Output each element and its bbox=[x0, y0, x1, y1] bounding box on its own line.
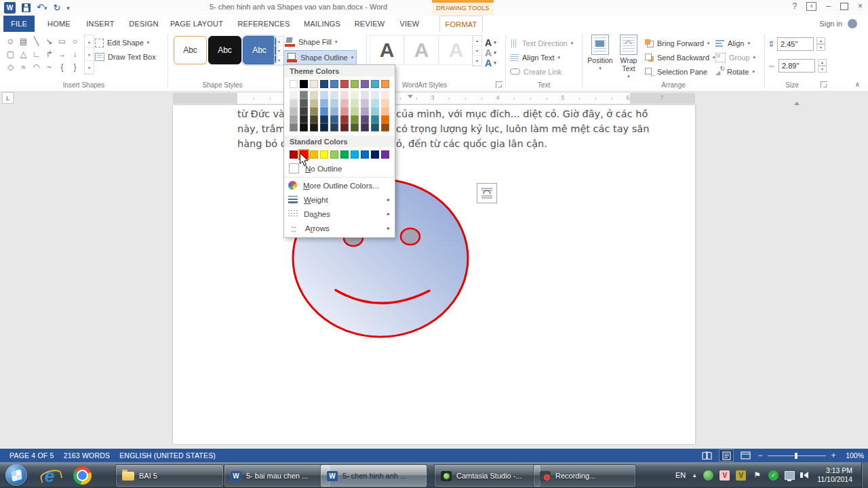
tint-swatch[interactable] bbox=[381, 107, 389, 115]
wordart-style-thumbnail[interactable]: A bbox=[439, 35, 473, 65]
tint-swatch[interactable] bbox=[300, 107, 308, 115]
tint-swatch[interactable] bbox=[320, 107, 328, 115]
shape-tool-icon[interactable]: { bbox=[56, 60, 68, 73]
close-button[interactable]: × bbox=[858, 1, 863, 11]
minimize-button[interactable]: – bbox=[826, 1, 831, 11]
tint-swatch[interactable] bbox=[310, 99, 318, 107]
shape-tool-icon[interactable]: } bbox=[68, 60, 81, 73]
shape-tool-icon[interactable]: ▭ bbox=[56, 35, 68, 47]
align-text-button[interactable]: Align Text▾ bbox=[510, 51, 560, 64]
tint-swatch[interactable] bbox=[340, 107, 349, 115]
layout-options-button[interactable] bbox=[477, 183, 497, 203]
tint-swatch[interactable] bbox=[300, 115, 308, 123]
tab-home[interactable]: HOME bbox=[43, 16, 75, 32]
tint-swatch[interactable] bbox=[381, 115, 389, 123]
edit-shape-button[interactable]: Edit Shape ▾ bbox=[95, 36, 149, 49]
language-bar[interactable]: EN bbox=[675, 471, 686, 479]
tint-swatch[interactable] bbox=[361, 107, 369, 115]
shapes-gallery-scroll[interactable]: ▴▾▾ bbox=[84, 35, 94, 75]
color-swatch[interactable] bbox=[290, 150, 298, 159]
wrap-text-button[interactable]: Wrap Text ▾ bbox=[615, 35, 642, 86]
tint-swatch[interactable] bbox=[381, 91, 389, 99]
tint-swatch[interactable] bbox=[310, 115, 318, 123]
chrome-icon[interactable] bbox=[73, 466, 92, 485]
zoom-slider[interactable] bbox=[768, 455, 826, 456]
tint-swatch[interactable] bbox=[340, 91, 349, 99]
taskbar-button-recording-4[interactable]: Recording... bbox=[533, 464, 636, 487]
taskbar-button-word-2[interactable]: W5- chen hinh anh ... bbox=[320, 464, 427, 487]
tint-swatch[interactable] bbox=[371, 115, 379, 123]
tint-swatch[interactable] bbox=[300, 123, 308, 131]
word-logo-icon[interactable]: W bbox=[4, 2, 16, 14]
undo-icon[interactable]: ↶▾ bbox=[37, 1, 47, 14]
ribbon-display-options-button[interactable]: ∧ bbox=[806, 2, 816, 11]
redo-icon[interactable]: ↻ bbox=[53, 2, 60, 14]
help-button[interactable]: ? bbox=[793, 1, 797, 11]
color-swatch[interactable] bbox=[290, 80, 298, 88]
zoom-slider-thumb[interactable] bbox=[795, 453, 797, 459]
color-swatch[interactable] bbox=[340, 80, 349, 88]
tint-swatch[interactable] bbox=[361, 123, 369, 131]
wordart-style-thumbnail[interactable]: A bbox=[370, 35, 404, 65]
idm-tray-icon[interactable] bbox=[703, 470, 713, 481]
read-mode-button[interactable] bbox=[700, 449, 715, 462]
wordart-scroll[interactable]: ▴▾▾ bbox=[472, 35, 482, 66]
tint-swatch[interactable] bbox=[371, 123, 379, 131]
tint-swatch[interactable] bbox=[310, 123, 318, 131]
save-icon[interactable] bbox=[22, 3, 31, 12]
tint-swatch[interactable] bbox=[361, 99, 369, 107]
tint-swatch[interactable] bbox=[290, 115, 298, 123]
shape-style-thumbnail[interactable]: Abc bbox=[208, 36, 241, 64]
bring-forward-button[interactable]: Bring Forward▾ bbox=[645, 37, 710, 49]
show-desktop-button[interactable] bbox=[861, 462, 868, 488]
tint-swatch[interactable] bbox=[381, 123, 389, 131]
tint-swatch[interactable] bbox=[371, 91, 379, 99]
color-swatch[interactable] bbox=[371, 150, 379, 159]
shape-tool-icon[interactable]: ↱ bbox=[43, 47, 56, 60]
shape-tool-icon[interactable]: ◠ bbox=[30, 60, 43, 73]
tint-swatch[interactable] bbox=[381, 99, 389, 107]
color-swatch[interactable] bbox=[361, 80, 369, 88]
color-swatch[interactable] bbox=[340, 150, 349, 159]
tab-format[interactable]: FORMAT bbox=[439, 16, 483, 33]
shape-tool-icon[interactable]: ▤ bbox=[17, 35, 30, 47]
zoom-percentage[interactable]: 100% bbox=[841, 451, 864, 460]
wordart-style-thumbnail[interactable]: A bbox=[404, 35, 439, 65]
tint-swatch[interactable] bbox=[351, 123, 359, 131]
height-spinner[interactable]: ▲▼ bbox=[816, 37, 825, 51]
shape-tool-icon[interactable]: → bbox=[56, 47, 68, 60]
shape-tool-icon[interactable]: ~ bbox=[43, 60, 56, 73]
color-swatch[interactable] bbox=[310, 150, 318, 159]
draw-text-box-button[interactable]: Draw Text Box bbox=[95, 50, 156, 64]
tint-swatch[interactable] bbox=[371, 107, 379, 115]
tint-swatch[interactable] bbox=[371, 99, 379, 107]
color-swatch[interactable] bbox=[320, 150, 328, 159]
tab-review[interactable]: REVIEW bbox=[352, 16, 387, 32]
web-layout-button[interactable] bbox=[738, 449, 753, 462]
start-button[interactable] bbox=[5, 464, 27, 486]
position-button[interactable]: Position ▾ bbox=[587, 35, 614, 86]
tab-insert[interactable]: INSERT bbox=[83, 16, 117, 32]
show-hidden-icons-icon[interactable]: ▲ bbox=[692, 472, 697, 479]
shape-styles-scroll[interactable]: ▴▾▾ bbox=[274, 36, 284, 66]
antivirus-tray-icon[interactable]: ✓ bbox=[768, 470, 778, 481]
menu-item-dashes[interactable]: Dashes▸ bbox=[284, 207, 395, 221]
wordart-dialog-launcher[interactable] bbox=[496, 81, 502, 88]
shape-style-thumbnail[interactable]: Abc bbox=[174, 36, 207, 64]
v-tray-icon[interactable]: V bbox=[719, 470, 730, 481]
tint-swatch[interactable] bbox=[290, 99, 298, 107]
color-swatch[interactable] bbox=[300, 80, 308, 88]
tab-stop-selector[interactable]: L bbox=[2, 92, 14, 104]
taskbar-button-word-1[interactable]: W5- bai mau chen ... bbox=[224, 464, 331, 487]
shape-style-thumbnail[interactable]: Abc bbox=[243, 36, 276, 64]
menu-item-weight[interactable]: Weight▸ bbox=[284, 192, 395, 207]
menu-item-more-outline-colors[interactable]: More Outline Colors... bbox=[284, 177, 395, 192]
shape-tool-icon[interactable]: ≈ bbox=[17, 60, 30, 73]
color-swatch[interactable] bbox=[330, 150, 338, 159]
text-effects-button[interactable]: A▾ bbox=[485, 57, 496, 69]
action-center-flag-icon[interactable]: ⚑ bbox=[752, 470, 762, 481]
zoom-in-button[interactable]: + bbox=[830, 451, 837, 460]
tint-swatch[interactable] bbox=[361, 115, 369, 123]
shape-tool-icon[interactable]: ∟ bbox=[30, 47, 43, 60]
shape-tool-icon[interactable]: ↓ bbox=[68, 47, 81, 60]
